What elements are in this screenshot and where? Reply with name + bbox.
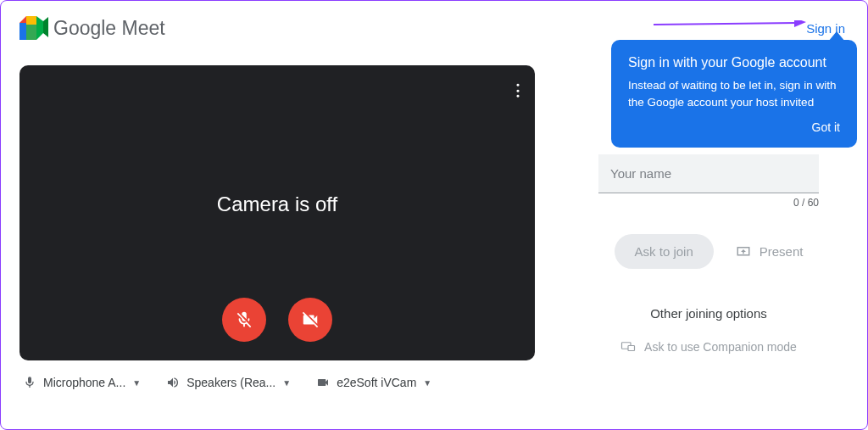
- present-icon: [736, 244, 751, 260]
- mic-off-icon: [235, 310, 253, 329]
- svg-rect-0: [26, 16, 36, 25]
- toggle-mic-button[interactable]: [222, 298, 266, 342]
- other-options-heading: Other joining options: [650, 306, 767, 321]
- svg-rect-6: [628, 346, 635, 351]
- speaker-label: Speakers (Rea...: [186, 376, 275, 389]
- name-input[interactable]: [598, 154, 819, 193]
- camera-icon: [316, 376, 330, 389]
- product-name: Google Meet: [53, 17, 165, 40]
- svg-rect-2: [26, 25, 36, 40]
- companion-icon: [620, 339, 636, 355]
- join-actions: Ask to join Present: [615, 234, 804, 269]
- chevron-down-icon: ▼: [132, 378, 141, 388]
- preview-more-menu[interactable]: ●●●: [516, 81, 520, 100]
- video-preview: ●●● Camera is off: [19, 65, 535, 360]
- callout-title: Sign in with your Google account: [628, 55, 840, 70]
- companion-label: Ask to use Companion mode: [644, 340, 797, 354]
- svg-rect-1: [19, 23, 26, 40]
- logo-area: Google Meet: [19, 16, 165, 40]
- sign-in-callout: Sign in with your Google account Instead…: [611, 40, 857, 148]
- companion-mode-button[interactable]: Ask to use Companion mode: [620, 339, 797, 355]
- toggle-camera-button[interactable]: [288, 298, 332, 342]
- mic-icon: [23, 376, 36, 389]
- preview-controls: [222, 298, 332, 342]
- callout-body: Instead of waiting to be let in, sign in…: [628, 77, 840, 110]
- speaker-selector[interactable]: Speakers (Rea... ▼: [166, 376, 291, 389]
- device-selector-row: Microphone A... ▼ Speakers (Rea... ▼ e2e…: [19, 360, 535, 389]
- camera-selector[interactable]: e2eSoft iVCam ▼: [316, 376, 431, 389]
- mic-label: Microphone A...: [43, 376, 125, 389]
- name-char-count: 0 / 60: [598, 197, 819, 209]
- present-label: Present: [760, 244, 804, 259]
- camera-label: e2eSoft iVCam: [337, 376, 416, 389]
- chevron-down-icon: ▼: [423, 378, 431, 388]
- camera-status-text: Camera is off: [217, 193, 337, 216]
- chevron-down-icon: ▼: [282, 378, 291, 388]
- present-button[interactable]: Present: [736, 244, 804, 260]
- meet-logo-icon: [19, 16, 48, 40]
- callout-dismiss-button[interactable]: Got it: [628, 120, 840, 134]
- camera-off-icon: [301, 310, 320, 329]
- speaker-icon: [166, 376, 180, 389]
- mic-selector[interactable]: Microphone A... ▼: [23, 376, 141, 389]
- ask-to-join-button[interactable]: Ask to join: [615, 234, 714, 269]
